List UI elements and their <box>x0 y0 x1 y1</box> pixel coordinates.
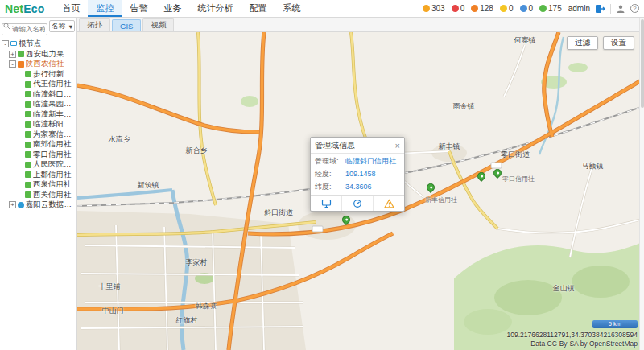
leaf-spacer <box>16 171 23 179</box>
tree-node[interactable]: 临潼果园信用社 <box>0 100 76 110</box>
collapse-icon[interactable]: - <box>9 60 16 68</box>
popup-row-value[interactable]: 临潼斜口信用社 <box>345 157 396 165</box>
menu-item-0[interactable]: 首页 <box>54 0 88 17</box>
site-marker-pin[interactable] <box>493 168 502 180</box>
menu-item-6[interactable]: 系统 <box>275 0 308 17</box>
menu-item-4[interactable]: 统计分析 <box>189 0 241 17</box>
alarm-badge-major[interactable]: 128 <box>471 4 493 13</box>
alarm-badge-minor[interactable]: 0 <box>500 4 514 13</box>
topbar: NetEco 首页监控告警业务统计分析配置系统 303012800175 adm… <box>0 0 644 18</box>
tab-视频[interactable]: 视频 <box>142 18 174 31</box>
scale-bar: 5 km <box>592 320 638 328</box>
tree-node[interactable]: +西安电力果建楼 <box>0 49 76 60</box>
site-marker-pin[interactable] <box>477 171 486 183</box>
site-icon <box>25 71 31 77</box>
tree-node[interactable]: +嘉阳云数据中心 <box>0 200 76 211</box>
performance-button[interactable] <box>341 196 373 211</box>
alarm-count: 0 <box>460 4 465 13</box>
pin-icon <box>476 171 487 182</box>
leaf-spacer <box>16 101 23 108</box>
map-toolbar: 过滤设置 <box>567 36 634 50</box>
alarm-badge-normal[interactable]: 175 <box>539 4 562 13</box>
alarm-button[interactable] <box>373 196 404 211</box>
leaf-spacer <box>16 181 23 188</box>
leaf-spacer <box>16 121 23 128</box>
map-button-过滤[interactable]: 过滤 <box>567 36 598 50</box>
map-button-设置[interactable]: 设置 <box>603 36 634 50</box>
tree-node[interactable]: 步行街新街信用社 <box>0 69 76 80</box>
site-icon <box>25 142 31 148</box>
monitor-view-button[interactable] <box>311 196 341 211</box>
tree-node[interactable]: 临潼栎阳信用社 <box>0 120 76 130</box>
page-scrollbar[interactable] <box>639 18 644 350</box>
site-icon <box>18 51 24 57</box>
tree-node-label: 为家寨信用社 <box>33 130 76 140</box>
site-icon <box>25 171 31 178</box>
site-icon <box>18 61 24 68</box>
expand-icon[interactable]: + <box>9 51 16 58</box>
logo-net: Net <box>5 2 23 15</box>
site-icon <box>25 91 31 97</box>
menu-item-2[interactable]: 告警 <box>122 0 155 17</box>
user-icon[interactable] <box>616 4 625 14</box>
leaf-spacer <box>16 191 23 199</box>
tree-node[interactable]: 西泉信用社 <box>0 180 76 191</box>
tree-node-label: 根节点 <box>19 39 42 49</box>
alarm-badge-critical[interactable]: 0 <box>452 4 465 13</box>
neteco-logo: NetEco <box>5 2 44 15</box>
site-marker-pin[interactable] <box>426 183 436 195</box>
alarm-badge-warning[interactable]: 0 <box>520 4 534 13</box>
logout-icon[interactable] <box>595 4 605 14</box>
popup-row-value[interactable]: 109.1458 <box>345 170 376 178</box>
popup-rows: 管理域:临潼斜口信用社经度:109.1458纬度:34.3606 <box>311 154 404 195</box>
menu-item-3[interactable]: 业务 <box>155 0 189 17</box>
tree-node-label: 人民医院信用社 <box>33 159 76 170</box>
tab-拓扑[interactable]: 拓扑 <box>79 18 110 31</box>
tree-node[interactable]: 临潼斜口信用社 <box>0 89 76 100</box>
menu-item-5[interactable]: 配置 <box>241 0 275 17</box>
tab-GIS[interactable]: GIS <box>112 19 141 31</box>
tree-node[interactable]: 为家寨信用社 <box>0 130 76 140</box>
tree-node-label: 临潼新丰信用社 <box>33 109 76 120</box>
username[interactable]: admin <box>568 4 590 13</box>
collapse-icon[interactable]: - <box>2 40 9 47</box>
user-area: admin ? <box>568 4 639 14</box>
tree-node[interactable]: -根节点 <box>0 39 76 50</box>
leaf-spacer <box>16 91 23 98</box>
search-box <box>2 20 47 35</box>
tree-node[interactable]: 代王信用社 <box>0 80 76 90</box>
tree-node[interactable]: 人民医院信用社 <box>0 160 76 171</box>
gauge-icon <box>353 199 362 208</box>
tree-node[interactable]: 南郊信用社 <box>0 140 76 150</box>
site-marker-pin[interactable] <box>341 215 351 227</box>
tab-bar: 拓扑GIS视频 <box>77 18 644 32</box>
tree-node[interactable]: 临潼新丰信用社 <box>0 109 76 120</box>
gis-map[interactable]: 何寨镇雨金镇新丰镇马额镇零口街道金山镇水流乡新合乡新筑镇斜口街道李家村十里铺中山… <box>77 32 644 350</box>
leaf-spacer <box>16 71 23 78</box>
tree-node-label: 西关信用社 <box>33 190 72 200</box>
popup-title: 管理域信息 <box>315 140 355 151</box>
tree-node[interactable]: 零口信用社 <box>0 150 76 160</box>
expand-icon[interactable]: + <box>9 201 16 208</box>
scrollbar-thumb[interactable] <box>641 19 644 108</box>
search-icon <box>3 23 10 30</box>
alarm-badge-bell[interactable]: 303 <box>423 4 445 13</box>
popup-row: 管理域:临潼斜口信用社 <box>315 157 400 165</box>
tree-node[interactable]: 上郡信用社 <box>0 170 76 180</box>
monitor-icon <box>321 199 332 208</box>
popup-row-value[interactable]: 34.3606 <box>345 183 372 191</box>
alert-triangle-icon <box>384 199 394 208</box>
site-icon <box>25 81 31 88</box>
site-icon <box>25 121 31 128</box>
pin-icon <box>425 182 436 193</box>
menu-item-1[interactable]: 监控 <box>88 0 122 17</box>
chevron-down-icon: ▾ <box>69 23 72 31</box>
tree-node[interactable]: 西关信用社 <box>0 190 76 200</box>
help-icon[interactable]: ? <box>630 4 639 13</box>
tree-search-row: 名称 ▾ <box>0 18 76 38</box>
monitor-icon <box>10 41 17 46</box>
close-icon[interactable]: × <box>395 142 400 150</box>
tree-node[interactable]: -陕西农信社 <box>0 60 76 70</box>
device-tree: -根节点+西安电力果建楼-陕西农信社步行街新街信用社代王信用社临潼斜口信用社临潼… <box>0 38 76 211</box>
search-type-select[interactable]: 名称 ▾ <box>49 20 75 32</box>
